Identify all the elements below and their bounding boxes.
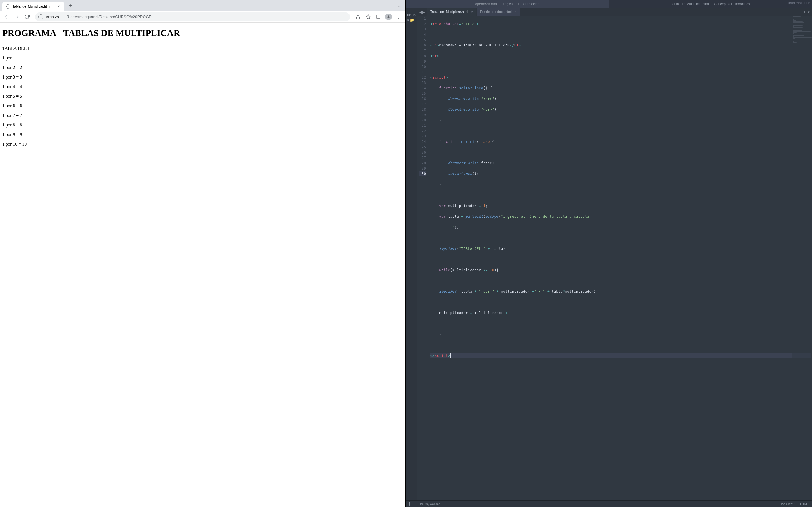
share-icon[interactable] — [354, 12, 363, 21]
syntax-label[interactable]: HTML — [800, 502, 809, 506]
chevron-down-icon: ▾ — [407, 18, 409, 22]
table-row: 1 por 3 = 3 — [2, 75, 403, 80]
file-tab[interactable]: Puede_conducir.html × — [477, 8, 520, 16]
table-row: 1 por 10 = 10 — [2, 142, 403, 147]
file-tab-name: Tabla_de_Multiplicar.html — [430, 10, 468, 14]
side-panel-icon[interactable] — [374, 12, 383, 21]
close-icon[interactable]: × — [515, 10, 516, 14]
browser-tab[interactable]: Tabla_de_Multiplicar.html ✕ — [2, 2, 64, 11]
back-button[interactable] — [2, 12, 11, 21]
table-header: TABLA DEL 1 — [2, 46, 403, 51]
new-tab-button[interactable]: + — [66, 2, 74, 10]
chevron-right-icon[interactable]: ▶ — [422, 10, 425, 14]
reload-button[interactable] — [22, 12, 32, 21]
url-path: /Users/macguandi/Desktop/CURSO%20PROGR..… — [66, 15, 155, 19]
gutter: 1 2 3 4 5 6 7 8 9 10 11 12 13 14 15 16 1 — [417, 16, 429, 500]
table-row: 1 por 7 = 7 — [2, 113, 403, 118]
globe-icon — [6, 4, 10, 9]
sidebar-folders-label: FOLD — [406, 13, 417, 17]
code-content[interactable]: <meta charset="UTF-8"> <h1>PROGRAMA – TA… — [429, 16, 812, 500]
table-row: 1 por 4 = 4 — [2, 84, 403, 89]
url-scheme: Archivo — [46, 15, 59, 19]
table-row: 1 por 8 = 8 — [2, 122, 403, 128]
editor-pane: ◀ ▶ Tabla_de_Multiplicar.html × Puede_co… — [417, 8, 812, 500]
close-icon[interactable]: × — [471, 10, 473, 14]
folder-icon: 📁 — [410, 18, 414, 22]
panel-icon[interactable] — [409, 502, 413, 506]
plus-icon[interactable]: + — [803, 10, 806, 14]
project-tab[interactable]: operacion.html — Lógica de Programación — [406, 0, 609, 8]
profile-avatar[interactable] — [384, 12, 393, 21]
page-heading: PROGRAMA - TABLAS DE MULTIPLICAR — [2, 28, 403, 38]
file-tabs: ◀ ▶ Tabla_de_Multiplicar.html × Puede_co… — [417, 8, 812, 16]
svg-point-2 — [388, 15, 389, 17]
browser-window: Tabla_de_Multiplicar.html ✕ + ⌄ i Archiv… — [0, 0, 406, 507]
browser-toolbar: i Archivo | /Users/macguandi/Desktop/CUR… — [0, 11, 405, 22]
project-tab[interactable]: Tabla_de_Multiplicar.html — Conceptos Pr… — [609, 0, 812, 8]
project-tabs: operacion.html — Lógica de Programación … — [406, 0, 812, 8]
table-row: 1 por 5 = 5 — [2, 94, 403, 99]
chevron-left-icon[interactable]: ◀ — [419, 10, 422, 14]
menu-icon[interactable]: ⋮ — [394, 12, 403, 21]
page-content[interactable]: PROGRAMA - TABLAS DE MULTIPLICAR TABLA D… — [0, 23, 405, 507]
status-bar: Line 30, Column 11 Tab Size: 4 HTML — [406, 500, 812, 507]
file-tab[interactable]: Tabla_de_Multiplicar.html × — [427, 8, 477, 16]
table-row: 1 por 6 = 6 — [2, 103, 403, 108]
browser-tab-bar: Tabla_de_Multiplicar.html ✕ + ⌄ — [0, 0, 405, 11]
table-row: 1 por 2 = 2 — [2, 65, 403, 70]
forward-button[interactable] — [12, 12, 21, 21]
cursor — [450, 353, 451, 358]
editor-main: FOLD ▾ 📁 ◀ ▶ Tabla_de_Multiplicar.html ×… — [406, 8, 812, 500]
address-bar[interactable]: i Archivo | /Users/macguandi/Desktop/CUR… — [35, 12, 350, 21]
code-area[interactable]: 1 2 3 4 5 6 7 8 9 10 11 12 13 14 15 16 1 — [417, 16, 812, 500]
tab-actions: + ▾ — [801, 10, 812, 14]
browser-chrome: Tabla_de_Multiplicar.html ✕ + ⌄ i Archiv… — [0, 0, 405, 23]
tab-dropdown-icon[interactable]: ⌄ — [395, 2, 403, 10]
cursor-position: Line 30, Column 11 — [418, 502, 445, 506]
url-separator: | — [62, 15, 63, 19]
table-row: 1 por 9 = 9 — [2, 132, 403, 137]
unregistered-label: UNREGISTERED — [788, 2, 810, 5]
close-icon[interactable]: ✕ — [56, 4, 61, 9]
nav-arrows[interactable]: ◀ ▶ — [417, 10, 427, 14]
star-icon[interactable] — [364, 12, 373, 21]
folder-toggle[interactable]: ▾ 📁 — [406, 17, 417, 23]
file-tab-name: Puede_conducir.html — [480, 10, 512, 14]
info-icon[interactable]: i — [38, 14, 43, 19]
chevron-down-icon[interactable]: ▾ — [808, 10, 810, 14]
tab-title: Tabla_de_Multiplicar.html — [12, 4, 50, 8]
tab-size[interactable]: Tab Size: 4 — [780, 502, 796, 506]
sidebar[interactable]: FOLD ▾ 📁 — [406, 8, 417, 500]
svg-rect-0 — [377, 15, 380, 18]
editor-window: operacion.html — Lógica de Programación … — [406, 0, 812, 507]
table-row: 1 por 1 = 1 — [2, 55, 403, 61]
